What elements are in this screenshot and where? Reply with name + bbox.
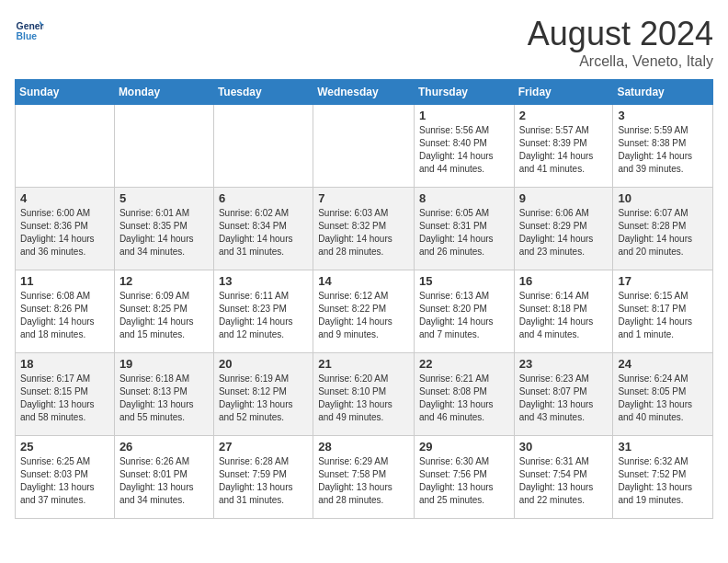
calendar-cell: 28Sunrise: 6:29 AM Sunset: 7:58 PM Dayli…	[313, 436, 415, 519]
day-number: 20	[219, 357, 308, 371]
title-block: August 2024 Arcella, Veneto, Italy	[528, 15, 713, 70]
day-info: Sunrise: 6:11 AM Sunset: 8:23 PM Dayligh…	[219, 290, 308, 341]
calendar-cell: 20Sunrise: 6:19 AM Sunset: 8:12 PM Dayli…	[213, 353, 313, 436]
calendar-cell: 14Sunrise: 6:12 AM Sunset: 8:22 PM Dayli…	[313, 270, 415, 353]
day-number: 5	[119, 191, 209, 205]
day-number: 24	[618, 357, 708, 371]
calendar-cell: 4Sunrise: 6:00 AM Sunset: 8:36 PM Daylig…	[16, 188, 115, 270]
page-header: General Blue August 2024 Arcella, Veneto…	[15, 15, 713, 70]
calendar-cell: 17Sunrise: 6:15 AM Sunset: 8:17 PM Dayli…	[613, 270, 713, 353]
calendar-cell: 10Sunrise: 6:07 AM Sunset: 8:28 PM Dayli…	[613, 188, 713, 270]
day-header-saturday: Saturday	[613, 80, 713, 105]
day-info: Sunrise: 6:30 AM Sunset: 7:56 PM Dayligh…	[419, 455, 509, 507]
calendar-cell: 5Sunrise: 6:01 AM Sunset: 8:35 PM Daylig…	[114, 188, 213, 270]
day-info: Sunrise: 6:12 AM Sunset: 8:22 PM Dayligh…	[318, 290, 409, 341]
calendar-cell: 15Sunrise: 6:13 AM Sunset: 8:20 PM Dayli…	[414, 270, 514, 353]
day-number: 14	[318, 274, 409, 288]
calendar-cell: 9Sunrise: 6:06 AM Sunset: 8:29 PM Daylig…	[514, 188, 613, 270]
day-number: 6	[219, 191, 308, 205]
day-number: 1	[419, 109, 509, 122]
day-number: 16	[519, 274, 609, 288]
calendar-cell	[313, 105, 415, 188]
calendar-cell: 27Sunrise: 6:28 AM Sunset: 7:59 PM Dayli…	[213, 436, 313, 519]
day-number: 2	[519, 109, 609, 122]
day-info: Sunrise: 6:20 AM Sunset: 8:10 PM Dayligh…	[318, 373, 409, 424]
calendar-header-row: SundayMondayTuesdayWednesdayThursdayFrid…	[16, 80, 713, 105]
day-number: 26	[119, 440, 209, 454]
logo: General Blue	[15, 15, 44, 44]
calendar-week-3: 11Sunrise: 6:08 AM Sunset: 8:26 PM Dayli…	[16, 270, 713, 353]
day-info: Sunrise: 6:02 AM Sunset: 8:34 PM Dayligh…	[219, 207, 308, 259]
calendar-cell: 21Sunrise: 6:20 AM Sunset: 8:10 PM Dayli…	[313, 353, 415, 436]
day-number: 19	[119, 357, 209, 371]
day-info: Sunrise: 6:26 AM Sunset: 8:01 PM Dayligh…	[119, 455, 209, 507]
day-info: Sunrise: 6:23 AM Sunset: 8:07 PM Dayligh…	[519, 373, 609, 424]
calendar-cell: 24Sunrise: 6:24 AM Sunset: 8:05 PM Dayli…	[613, 353, 713, 436]
day-info: Sunrise: 5:56 AM Sunset: 8:40 PM Dayligh…	[419, 124, 509, 176]
day-info: Sunrise: 6:00 AM Sunset: 8:36 PM Dayligh…	[20, 207, 109, 259]
month-title: August 2024	[528, 15, 713, 53]
day-number: 8	[419, 191, 509, 205]
day-number: 18	[20, 357, 109, 371]
day-number: 21	[318, 357, 409, 371]
calendar-cell: 23Sunrise: 6:23 AM Sunset: 8:07 PM Dayli…	[514, 353, 613, 436]
day-info: Sunrise: 6:28 AM Sunset: 7:59 PM Dayligh…	[219, 455, 308, 507]
day-number: 13	[219, 274, 308, 288]
day-info: Sunrise: 5:57 AM Sunset: 8:39 PM Dayligh…	[519, 124, 609, 176]
day-info: Sunrise: 6:21 AM Sunset: 8:08 PM Dayligh…	[419, 373, 509, 424]
calendar-cell: 1Sunrise: 5:56 AM Sunset: 8:40 PM Daylig…	[414, 105, 514, 188]
day-info: Sunrise: 6:14 AM Sunset: 8:18 PM Dayligh…	[519, 290, 609, 341]
calendar-cell: 26Sunrise: 6:26 AM Sunset: 8:01 PM Dayli…	[114, 436, 213, 519]
calendar-cell: 3Sunrise: 5:59 AM Sunset: 8:38 PM Daylig…	[613, 105, 713, 188]
day-info: Sunrise: 6:24 AM Sunset: 8:05 PM Dayligh…	[618, 373, 708, 424]
calendar-cell	[16, 105, 115, 188]
day-number: 29	[419, 440, 509, 454]
calendar-cell: 6Sunrise: 6:02 AM Sunset: 8:34 PM Daylig…	[213, 188, 313, 270]
calendar-cell: 7Sunrise: 6:03 AM Sunset: 8:32 PM Daylig…	[313, 188, 415, 270]
day-info: Sunrise: 6:25 AM Sunset: 8:03 PM Dayligh…	[20, 455, 109, 507]
day-info: Sunrise: 6:05 AM Sunset: 8:31 PM Dayligh…	[419, 207, 509, 259]
day-info: Sunrise: 6:01 AM Sunset: 8:35 PM Dayligh…	[119, 207, 209, 259]
calendar-table: SundayMondayTuesdayWednesdayThursdayFrid…	[15, 79, 713, 519]
day-info: Sunrise: 6:31 AM Sunset: 7:54 PM Dayligh…	[519, 455, 609, 507]
day-number: 30	[519, 440, 609, 454]
calendar-cell: 13Sunrise: 6:11 AM Sunset: 8:23 PM Dayli…	[213, 270, 313, 353]
day-number: 7	[318, 191, 409, 205]
location: Arcella, Veneto, Italy	[528, 53, 713, 70]
day-number: 31	[618, 440, 708, 454]
day-header-tuesday: Tuesday	[213, 80, 313, 105]
day-number: 15	[419, 274, 509, 288]
day-info: Sunrise: 6:13 AM Sunset: 8:20 PM Dayligh…	[419, 290, 509, 341]
calendar-cell: 22Sunrise: 6:21 AM Sunset: 8:08 PM Dayli…	[414, 353, 514, 436]
day-info: Sunrise: 6:17 AM Sunset: 8:15 PM Dayligh…	[20, 373, 109, 424]
day-header-monday: Monday	[114, 80, 213, 105]
calendar-cell	[114, 105, 213, 188]
day-number: 11	[20, 274, 109, 288]
calendar-cell: 2Sunrise: 5:57 AM Sunset: 8:39 PM Daylig…	[514, 105, 613, 188]
day-header-sunday: Sunday	[16, 80, 115, 105]
day-header-wednesday: Wednesday	[313, 80, 415, 105]
day-number: 17	[618, 274, 708, 288]
day-number: 22	[419, 357, 509, 371]
day-info: Sunrise: 6:29 AM Sunset: 7:58 PM Dayligh…	[318, 455, 409, 507]
calendar-cell: 12Sunrise: 6:09 AM Sunset: 8:25 PM Dayli…	[114, 270, 213, 353]
day-number: 9	[519, 191, 609, 205]
calendar-cell: 11Sunrise: 6:08 AM Sunset: 8:26 PM Dayli…	[16, 270, 115, 353]
day-number: 25	[20, 440, 109, 454]
day-info: Sunrise: 5:59 AM Sunset: 8:38 PM Dayligh…	[618, 124, 708, 176]
calendar-cell	[213, 105, 313, 188]
day-info: Sunrise: 6:19 AM Sunset: 8:12 PM Dayligh…	[219, 373, 308, 424]
day-header-friday: Friday	[514, 80, 613, 105]
day-info: Sunrise: 6:08 AM Sunset: 8:26 PM Dayligh…	[20, 290, 109, 341]
svg-text:Blue: Blue	[17, 31, 38, 41]
calendar-cell: 16Sunrise: 6:14 AM Sunset: 8:18 PM Dayli…	[514, 270, 613, 353]
day-info: Sunrise: 6:18 AM Sunset: 8:13 PM Dayligh…	[119, 373, 209, 424]
calendar-cell: 31Sunrise: 6:32 AM Sunset: 7:52 PM Dayli…	[613, 436, 713, 519]
day-number: 23	[519, 357, 609, 371]
day-number: 10	[618, 191, 708, 205]
calendar-cell: 19Sunrise: 6:18 AM Sunset: 8:13 PM Dayli…	[114, 353, 213, 436]
day-info: Sunrise: 6:03 AM Sunset: 8:32 PM Dayligh…	[318, 207, 409, 259]
day-header-thursday: Thursday	[414, 80, 514, 105]
day-number: 28	[318, 440, 409, 454]
calendar-cell: 8Sunrise: 6:05 AM Sunset: 8:31 PM Daylig…	[414, 188, 514, 270]
